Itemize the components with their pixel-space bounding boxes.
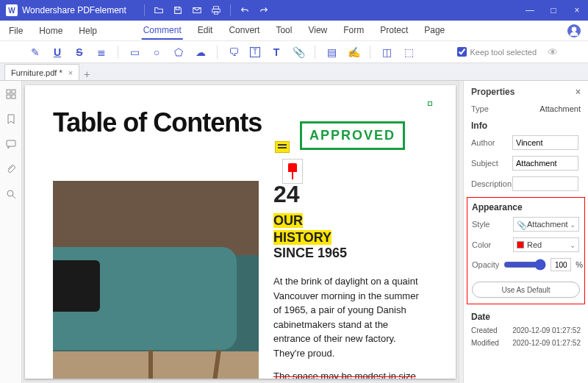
highlight-annotation[interactable]: OUR: [273, 213, 303, 228]
redo-icon[interactable]: [259, 5, 269, 15]
style-label: Style: [472, 220, 509, 229]
signature-icon[interactable]: ✍: [348, 46, 359, 58]
properties-title: Properties: [471, 87, 514, 97]
text-box-icon[interactable]: T: [250, 47, 260, 57]
mail-icon[interactable]: [192, 5, 202, 15]
add-tab-button[interactable]: +: [79, 68, 94, 80]
section-subheading: SINCE 1965: [273, 246, 428, 261]
svg-point-10: [7, 190, 13, 196]
tab-form[interactable]: Form: [342, 22, 365, 40]
opacity-input[interactable]: [551, 258, 571, 271]
stamp-icon[interactable]: ▤: [326, 46, 337, 58]
page-text-column: 24 OUR HISTORY SINCE 1965 At the brink o…: [273, 181, 428, 371]
polygon-icon[interactable]: ⬠: [173, 46, 184, 58]
attachment-annotation[interactable]: [282, 159, 303, 184]
svg-rect-9: [7, 140, 15, 146]
page: Table of Contents APPROVED 24 OUR HISTOR…: [25, 85, 456, 379]
color-dropdown[interactable]: Red: [513, 237, 579, 252]
hide-comments-icon[interactable]: 👁: [547, 46, 559, 58]
close-tab-icon[interactable]: ×: [68, 68, 73, 77]
open-icon[interactable]: [154, 5, 164, 15]
attachment-icon[interactable]: 📎: [293, 46, 304, 58]
close-window-button[interactable]: ×: [572, 5, 582, 15]
use-as-default-button[interactable]: Use As Default: [472, 282, 580, 298]
document-canvas[interactable]: Table of Contents APPROVED 24 OUR HISTOR…: [22, 81, 459, 383]
type-value: Attachment: [539, 104, 581, 113]
divider: [144, 4, 145, 16]
color-swatch-icon: [517, 241, 524, 248]
svg-rect-7: [7, 95, 10, 99]
style-dropdown[interactable]: 📎 Attachment: [513, 217, 579, 232]
body-paragraph: The space may be modest in size but it i…: [273, 369, 428, 379]
author-input[interactable]: [512, 135, 578, 150]
strikethrough-icon[interactable]: S: [74, 46, 85, 58]
comments-panel-icon[interactable]: [5, 138, 17, 150]
close-panel-icon[interactable]: ×: [576, 87, 581, 97]
oval-icon[interactable]: ○: [151, 46, 162, 58]
description-label: Description: [471, 179, 508, 188]
strikeout-annotation[interactable]: The space may be modest in size but: [273, 371, 416, 379]
sticky-note-annotation[interactable]: [275, 141, 290, 153]
stamp-label: APPROVED: [300, 121, 405, 150]
minimize-button[interactable]: —: [525, 5, 535, 15]
thumbnails-icon[interactable]: [5, 88, 17, 100]
highlighter-icon[interactable]: ✎: [29, 46, 41, 58]
pushpin-icon: [287, 163, 298, 179]
user-avatar-icon[interactable]: [567, 24, 581, 37]
stamp-annotation[interactable]: APPROVED: [428, 101, 432, 106]
keep-tool-input[interactable]: [457, 47, 467, 57]
print-icon[interactable]: [211, 5, 221, 15]
attachments-panel-icon[interactable]: [5, 163, 17, 175]
opacity-slider[interactable]: [503, 259, 546, 271]
tab-view[interactable]: View: [306, 22, 329, 40]
created-value: 2020-12-09 01:27:52: [512, 326, 581, 334]
document-tab[interactable]: Furniture.pdf * ×: [4, 64, 79, 80]
save-icon[interactable]: [173, 5, 183, 15]
keep-tool-checkbox[interactable]: Keep tool selected: [457, 47, 537, 57]
date-section-title: Date: [471, 312, 581, 322]
bookmarks-icon[interactable]: [5, 113, 17, 125]
document-tab-strip: Furniture.pdf * × +: [0, 63, 588, 81]
maximize-button[interactable]: □: [548, 5, 559, 15]
tab-convert[interactable]: Convert: [227, 22, 261, 40]
svg-rect-1: [213, 7, 218, 10]
eraser-icon[interactable]: ◫: [381, 46, 392, 58]
search-icon[interactable]: [5, 188, 17, 200]
menu-file[interactable]: File: [6, 23, 26, 39]
modified-value: 2020-12-09 01:27:52: [512, 339, 581, 347]
style-value: Attachment: [527, 220, 568, 229]
left-rail: [0, 81, 22, 383]
rectangle-icon[interactable]: ▭: [129, 46, 140, 58]
text-callout-icon[interactable]: T: [270, 46, 282, 58]
note-icon[interactable]: 🗨: [228, 46, 240, 58]
color-value: Red: [527, 240, 542, 249]
appearance-title: Appearance: [472, 202, 580, 212]
menu-home[interactable]: Home: [36, 23, 65, 39]
subject-input[interactable]: [512, 156, 578, 171]
body-paragraph: At the brink of daylight on a quaint Van…: [273, 274, 428, 360]
svg-rect-5: [7, 90, 10, 93]
tab-protect[interactable]: Protect: [379, 22, 409, 40]
modified-label: Modified: [471, 339, 499, 347]
undo-icon[interactable]: [240, 5, 250, 15]
cloud-icon[interactable]: ☁: [195, 46, 207, 58]
list-icon[interactable]: ≣: [96, 46, 107, 58]
underline-icon[interactable]: U: [51, 46, 63, 58]
svg-rect-8: [12, 95, 15, 99]
app-logo-icon: W: [6, 4, 18, 16]
svg-point-4: [572, 26, 577, 32]
tab-tool[interactable]: Tool: [274, 22, 293, 40]
tab-page[interactable]: Page: [423, 22, 446, 40]
main-area: Table of Contents APPROVED 24 OUR HISTOR…: [0, 81, 588, 383]
tab-edit[interactable]: Edit: [196, 22, 215, 40]
tab-comment[interactable]: Comment: [142, 22, 183, 40]
keep-tool-label: Keep tool selected: [470, 48, 537, 57]
highlight-annotation[interactable]: HISTORY: [273, 230, 331, 245]
author-label: Author: [471, 138, 508, 147]
opacity-unit: %: [576, 260, 583, 269]
page-image: [53, 181, 259, 379]
attachment-glyph-icon: 📎: [517, 221, 524, 228]
menu-help[interactable]: Help: [76, 23, 100, 39]
area-highlight-icon[interactable]: ⬚: [403, 46, 415, 58]
description-input[interactable]: [512, 176, 578, 191]
